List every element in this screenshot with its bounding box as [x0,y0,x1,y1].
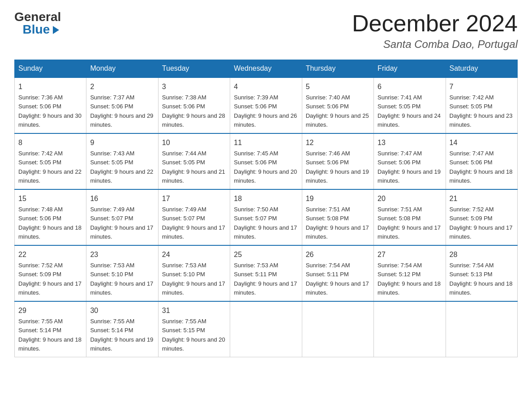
day-number: 6 [378,81,442,92]
calendar-cell: 11 Sunrise: 7:45 AMSunset: 5:06 PMDaylig… [230,133,302,189]
calendar-week-row: 15 Sunrise: 7:48 AMSunset: 5:06 PMDaylig… [15,189,518,245]
day-info: Sunrise: 7:39 AMSunset: 5:06 PMDaylight:… [234,94,297,128]
day-info: Sunrise: 7:42 AMSunset: 5:05 PMDaylight:… [18,150,82,184]
calendar-week-row: 22 Sunrise: 7:52 AMSunset: 5:09 PMDaylig… [15,245,518,301]
calendar-cell: 24 Sunrise: 7:53 AMSunset: 5:10 PMDaylig… [158,245,230,301]
calendar-header-monday: Monday [86,60,158,78]
logo-general-text: General [14,11,61,23]
calendar-cell: 20 Sunrise: 7:51 AMSunset: 5:08 PMDaylig… [374,189,446,245]
day-number: 7 [450,81,514,92]
day-number: 27 [378,249,442,260]
day-number: 9 [90,137,154,148]
day-number: 29 [18,305,82,316]
page-header: General Blue December 2024 Santa Comba D… [14,11,518,51]
location-subtitle: Santa Comba Dao, Portugal [352,38,518,51]
day-info: Sunrise: 7:54 AMSunset: 5:12 PMDaylight:… [378,262,441,296]
day-info: Sunrise: 7:45 AMSunset: 5:06 PMDaylight:… [234,150,297,184]
day-info: Sunrise: 7:55 AMSunset: 5:15 PMDaylight:… [162,318,225,352]
day-number: 2 [90,81,154,92]
day-number: 31 [162,305,226,316]
calendar-cell: 3 Sunrise: 7:38 AMSunset: 5:06 PMDayligh… [158,77,230,133]
calendar-cell: 17 Sunrise: 7:49 AMSunset: 5:07 PMDaylig… [158,189,230,245]
calendar-cell: 4 Sunrise: 7:39 AMSunset: 5:06 PMDayligh… [230,77,302,133]
day-number: 14 [450,137,514,148]
day-number: 13 [378,137,442,148]
calendar-cell [446,301,517,357]
calendar-cell: 13 Sunrise: 7:47 AMSunset: 5:06 PMDaylig… [374,133,446,189]
calendar-header-thursday: Thursday [302,60,373,78]
day-info: Sunrise: 7:52 AMSunset: 5:09 PMDaylight:… [18,262,82,296]
day-number: 11 [234,137,298,148]
day-info: Sunrise: 7:46 AMSunset: 5:06 PMDaylight:… [306,150,369,184]
calendar-table: SundayMondayTuesdayWednesdayThursdayFrid… [14,60,518,357]
calendar-header-tuesday: Tuesday [158,60,230,78]
calendar-cell [230,301,302,357]
day-info: Sunrise: 7:43 AMSunset: 5:05 PMDaylight:… [90,150,153,184]
day-info: Sunrise: 7:51 AMSunset: 5:08 PMDaylight:… [306,206,369,240]
day-info: Sunrise: 7:37 AMSunset: 5:06 PMDaylight:… [90,94,153,128]
day-info: Sunrise: 7:49 AMSunset: 5:07 PMDaylight:… [90,206,153,240]
day-number: 23 [90,249,154,260]
calendar-week-row: 8 Sunrise: 7:42 AMSunset: 5:05 PMDayligh… [15,133,518,189]
calendar-cell: 6 Sunrise: 7:41 AMSunset: 5:05 PMDayligh… [374,77,446,133]
calendar-week-row: 1 Sunrise: 7:36 AMSunset: 5:06 PMDayligh… [15,77,518,133]
day-info: Sunrise: 7:51 AMSunset: 5:08 PMDaylight:… [378,206,441,240]
day-number: 10 [162,137,226,148]
calendar-cell: 26 Sunrise: 7:54 AMSunset: 5:11 PMDaylig… [302,245,373,301]
calendar-cell: 16 Sunrise: 7:49 AMSunset: 5:07 PMDaylig… [86,189,158,245]
day-info: Sunrise: 7:53 AMSunset: 5:11 PMDaylight:… [234,262,297,296]
calendar-cell: 25 Sunrise: 7:53 AMSunset: 5:11 PMDaylig… [230,245,302,301]
day-number: 8 [18,137,82,148]
calendar-cell: 10 Sunrise: 7:44 AMSunset: 5:05 PMDaylig… [158,133,230,189]
calendar-cell: 9 Sunrise: 7:43 AMSunset: 5:05 PMDayligh… [86,133,158,189]
day-info: Sunrise: 7:44 AMSunset: 5:05 PMDaylight:… [162,150,225,184]
day-number: 24 [162,249,226,260]
day-number: 15 [18,193,82,204]
day-number: 26 [306,249,370,260]
calendar-cell: 28 Sunrise: 7:54 AMSunset: 5:13 PMDaylig… [446,245,517,301]
logo-icon: General Blue [14,11,61,36]
calendar-cell: 7 Sunrise: 7:42 AMSunset: 5:05 PMDayligh… [446,77,517,133]
day-number: 20 [378,193,442,204]
calendar-cell: 31 Sunrise: 7:55 AMSunset: 5:15 PMDaylig… [158,301,230,357]
day-number: 1 [18,81,82,92]
calendar-header-sunday: Sunday [15,60,86,78]
calendar-header-wednesday: Wednesday [230,60,302,78]
calendar-cell: 29 Sunrise: 7:55 AMSunset: 5:14 PMDaylig… [15,301,86,357]
calendar-cell: 12 Sunrise: 7:46 AMSunset: 5:06 PMDaylig… [302,133,373,189]
logo-chevron-icon [51,25,61,35]
calendar-cell: 14 Sunrise: 7:47 AMSunset: 5:06 PMDaylig… [446,133,517,189]
day-number: 30 [90,305,154,316]
month-title: December 2024 [352,11,518,36]
calendar-cell [374,301,446,357]
day-info: Sunrise: 7:55 AMSunset: 5:14 PMDaylight:… [18,318,82,352]
day-info: Sunrise: 7:38 AMSunset: 5:06 PMDaylight:… [162,94,225,128]
calendar-header-row: SundayMondayTuesdayWednesdayThursdayFrid… [15,60,518,78]
day-info: Sunrise: 7:47 AMSunset: 5:06 PMDaylight:… [378,150,441,184]
calendar-header-friday: Friday [374,60,446,78]
calendar-cell: 1 Sunrise: 7:36 AMSunset: 5:06 PMDayligh… [15,77,86,133]
day-info: Sunrise: 7:41 AMSunset: 5:05 PMDaylight:… [378,94,441,128]
day-number: 17 [162,193,226,204]
day-info: Sunrise: 7:54 AMSunset: 5:13 PMDaylight:… [450,262,513,296]
calendar-cell: 18 Sunrise: 7:50 AMSunset: 5:07 PMDaylig… [230,189,302,245]
calendar-cell: 23 Sunrise: 7:53 AMSunset: 5:10 PMDaylig… [86,245,158,301]
logo: General Blue [14,11,61,36]
day-info: Sunrise: 7:48 AMSunset: 5:06 PMDaylight:… [18,206,82,240]
calendar-cell [302,301,373,357]
day-number: 3 [162,81,226,92]
calendar-cell: 22 Sunrise: 7:52 AMSunset: 5:09 PMDaylig… [15,245,86,301]
day-number: 18 [234,193,298,204]
title-block: December 2024 Santa Comba Dao, Portugal [352,11,518,51]
day-info: Sunrise: 7:36 AMSunset: 5:06 PMDaylight:… [18,94,82,128]
day-info: Sunrise: 7:53 AMSunset: 5:10 PMDaylight:… [162,262,225,296]
day-info: Sunrise: 7:54 AMSunset: 5:11 PMDaylight:… [306,262,369,296]
calendar-cell: 21 Sunrise: 7:52 AMSunset: 5:09 PMDaylig… [446,189,517,245]
day-info: Sunrise: 7:55 AMSunset: 5:14 PMDaylight:… [90,318,153,352]
calendar-cell: 15 Sunrise: 7:48 AMSunset: 5:06 PMDaylig… [15,189,86,245]
day-number: 12 [306,137,370,148]
calendar-cell: 30 Sunrise: 7:55 AMSunset: 5:14 PMDaylig… [86,301,158,357]
day-number: 4 [234,81,298,92]
calendar-week-row: 29 Sunrise: 7:55 AMSunset: 5:14 PMDaylig… [15,301,518,357]
day-number: 22 [18,249,82,260]
